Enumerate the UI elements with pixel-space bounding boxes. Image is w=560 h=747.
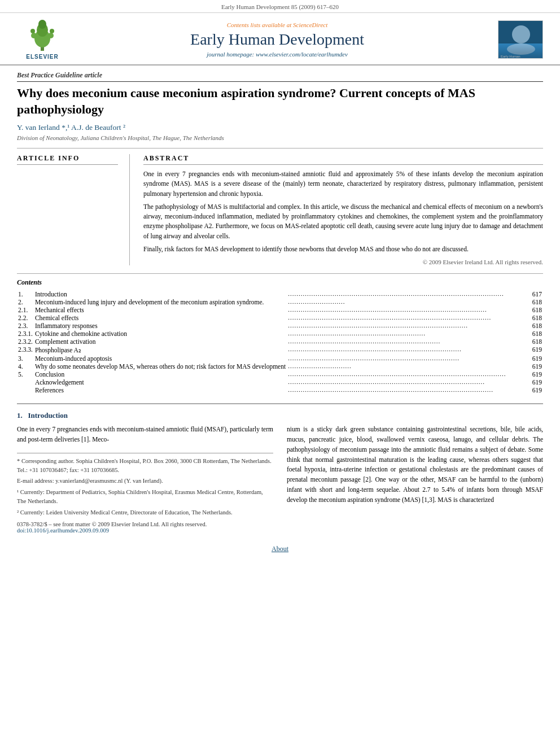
svg-point-11 [507,43,535,55]
toc-row: 2.3.3. Phospholipase A₂ ................… [17,346,543,355]
svg-point-5 [48,33,54,38]
toc-page: 618 [531,330,543,338]
toc-title: Acknowledgement [34,378,287,386]
about-link[interactable]: About [272,545,288,553]
toc-title: Why do some neonates develop MAS, wherea… [34,362,287,370]
svg-rect-9 [498,43,543,59]
abstract-paragraph-2: The pathophysiology of MAS is multifacto… [143,202,543,241]
article-content: Best Practice Guideline article Why does… [0,65,560,534]
toc-num: 2.3.3. [17,346,34,355]
toc-dots: ........................................… [287,386,531,394]
toc-row: 2.3.1. Cytokine and chemokine activation… [17,330,543,338]
article-authors: Y. van Ierland *,¹ A.J. de Beaufort ² [17,123,543,132]
svg-point-3 [38,20,46,29]
toc-num: 4. [17,362,34,370]
doi-link[interactable]: doi:10.1016/j.earlhumdev.2009.09.009 [17,527,273,534]
toc-page: 618 [531,322,543,330]
toc-page: 619 [531,386,543,394]
toc-page: 618 [531,338,543,346]
toc-num: 2.1. [17,306,34,314]
toc-dots: ........................................… [287,355,531,362]
toc-row: 2.3. Inflammatory responses ............… [17,322,543,330]
introduction-section: 1. Introduction One in every 7 pregnanci… [17,403,543,534]
journal-homepage-url[interactable]: www.elsevier.com/locate/earlhumdev [256,51,348,58]
introduction-col-right: nium is a sticky dark green substance co… [287,425,543,534]
toc-dots: ........................................… [287,290,531,298]
toc-page: 619 [531,378,543,386]
abstract-column: ABSTRACT One in every 7 pregnancies ends… [130,154,543,265]
toc-num: 1. [17,290,34,298]
science-direct-notice: Contents lists available at ScienceDirec… [73,21,481,28]
abstract-body: One in every 7 pregnancies ends with mec… [143,169,543,254]
contents-heading: Contents [17,278,543,287]
toc-row: 4. Why do some neonates develop MAS, whe… [17,362,543,370]
toc-page: 619 [531,355,543,362]
toc-page: 618 [531,306,543,314]
toc-dots: ........................... [287,298,531,306]
article-type-label: Best Practice Guideline article [17,71,543,82]
toc-title: Complement activation [34,338,287,346]
journal-title-area: Contents lists available at ScienceDirec… [73,21,481,58]
footnote-3: ² Currently: Leiden University Medical C… [17,508,273,517]
abstract-paragraph-3: Finally, risk factors for MAS developmen… [143,244,543,254]
toc-title: Cytokine and chemokine activation [34,330,287,338]
science-direct-link-text[interactable]: ScienceDirect [293,21,327,28]
toc-num [17,378,34,386]
svg-text:Early Human: Early Human [501,55,520,58]
toc-dots: ........................................… [287,306,531,314]
introduction-left-text: One in every 7 pregnancies ends with mec… [17,425,273,445]
toc-title: Meconium-induced lung injury and develop… [34,298,287,306]
article-title: Why does meconium cause meconium aspirat… [17,85,543,117]
toc-num: 2.3. [17,322,34,330]
elsevier-logo: ELSEVIER [11,19,73,60]
article-meta-section: ARTICLE INFO ABSTRACT One in every 7 pre… [17,148,543,265]
toc-row: 2.2. Chemical effects ..................… [17,314,543,322]
toc-title: Phospholipase A₂ [34,346,287,355]
toc-dots: ........................................… [287,322,531,330]
journal-homepage: journal homepage: www.elsevier.com/locat… [73,51,481,58]
toc-title: Mechanical effects [34,306,287,314]
journal-cover-area: Early Human Development [481,20,543,59]
toc-title: Meconium-induced apoptosis [34,355,287,362]
toc-page: 619 [531,362,543,370]
toc-num: 2. [17,298,34,306]
toc-num: 2.3.2. [17,338,34,346]
footnotes-area: * Corresponding author. Sophia Children'… [17,453,273,517]
toc-num: 2.3.1. [17,330,34,338]
toc-title: References [34,386,287,394]
table-of-contents: Contents 1. Introduction ...............… [17,273,543,394]
article-affiliation: Division of Neonatology, Juliana Childre… [17,134,543,141]
toc-title: Introduction [34,290,287,298]
introduction-col-left: One in every 7 pregnancies ends with mec… [17,425,273,534]
introduction-two-col: One in every 7 pregnancies ends with mec… [17,425,543,534]
svg-point-7 [50,29,54,33]
journal-citation-bar: Early Human Development 85 (2009) 617–62… [0,0,560,13]
toc-title: Inflammatory responses [34,322,287,330]
cover-thumbnail-icon: Early Human Development [498,21,543,59]
abstract-heading: ABSTRACT [143,154,543,165]
journal-header: ELSEVIER Contents lists available at Sci… [0,13,560,65]
toc-dots: ........................................… [287,378,531,386]
toc-num: 3. [17,355,34,362]
journal-title: Early Human Development [73,30,481,49]
footnote-1: * Corresponding author. Sophia Children'… [17,457,273,475]
toc-page: 619 [531,370,543,378]
toc-dots: .............................. [287,362,531,370]
toc-num [17,386,34,394]
page-wrapper: Early Human Development 85 (2009) 617–62… [0,0,560,747]
svg-point-6 [30,29,35,33]
about-section: About [0,534,560,559]
toc-page: 617 [531,290,543,298]
toc-row: References .............................… [17,386,543,394]
svg-point-10 [512,25,530,43]
toc-num: 2.2. [17,314,34,322]
toc-row: 5. Conclusion ..........................… [17,370,543,378]
introduction-heading: 1. Introduction [17,411,543,420]
toc-dots: ........................................… [287,314,531,322]
doi-info: 0378-3782/$ – see front matter © 2009 El… [17,521,273,534]
toc-row: 3. Meconium-induced apoptosis ..........… [17,355,543,362]
toc-table: 1. Introduction ........................… [17,290,543,394]
toc-dots: ........................................… [287,338,531,346]
toc-title: Chemical effects [34,314,287,322]
journal-cover-image: Early Human Development [498,20,543,59]
